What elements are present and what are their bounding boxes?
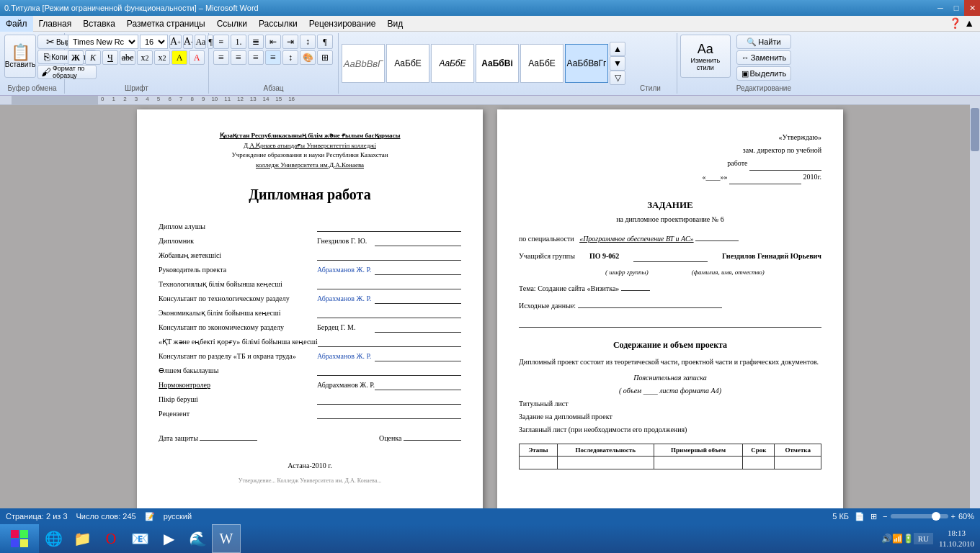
help-icon[interactable]: ❓ [949, 17, 961, 30]
style-selection[interactable]: AaBbВвГ [342, 44, 385, 83]
align-left-button[interactable]: ≡ [213, 50, 229, 65]
font-row1: Times New Rc 16 A+ A- Aa ¶ [68, 35, 205, 49]
align-center-button[interactable]: ≡ [231, 50, 246, 65]
style-heading1[interactable]: АаБбЕ [386, 44, 429, 83]
borders-button[interactable]: ⊞ [317, 50, 333, 65]
taskbar-explorer-icon[interactable]: 📁 [68, 524, 97, 553]
zoom-thumb[interactable] [932, 512, 940, 521]
diploma-title: Дипломная работа [159, 184, 461, 204]
taskbar-browser2-icon[interactable]: 🌊 [183, 524, 212, 553]
style-heading2[interactable]: АаБбЕ [431, 44, 474, 83]
zoom-in-button[interactable]: + [951, 512, 956, 521]
view-print-icon[interactable]: 📄 [855, 512, 865, 521]
font-shrink-button[interactable]: A- [183, 35, 194, 49]
style-heading3[interactable]: АаБбВі [476, 44, 519, 83]
paragraph-group-label: Абзац [213, 83, 334, 92]
superscript-button[interactable]: x2 [154, 50, 170, 65]
list-item-1: Титульный лист [519, 399, 821, 409]
zoom-out-button[interactable]: − [883, 512, 887, 521]
menu-home[interactable]: Главная [33, 16, 78, 32]
ribbon-group-styles: AaBbВвГ АаБбЕ АаБбЕ АаБбВі АаБбЕ АаБбВвГ… [339, 33, 677, 94]
style-name[interactable]: АаБбЕ [520, 44, 564, 83]
line-spacing-button[interactable]: ↕ [282, 50, 298, 65]
sort-button[interactable]: ↕ [300, 35, 316, 49]
show-paragraph-button[interactable]: ¶ [317, 35, 333, 49]
numbering-button[interactable]: 1. [231, 35, 246, 49]
schedule-table: Этапы Последовательность Примерный объем… [519, 444, 821, 469]
ribbon-minimize-icon[interactable]: ▲ [964, 18, 974, 30]
replace-button[interactable]: ↔ Заменить [736, 50, 791, 65]
menu-insert[interactable]: Вставка [77, 16, 121, 32]
table-section: Этапы Последовательность Примерный объем… [519, 444, 821, 469]
svg-rect-3 [20, 539, 28, 547]
field-label-7: Консультант по экономическому разделу [159, 323, 317, 333]
taskbar-mail-icon[interactable]: 📧 [125, 524, 154, 553]
style-normal[interactable]: АаБбВвГг [565, 44, 608, 83]
clear-format-button[interactable]: Aa [195, 35, 206, 49]
taskbar-ie-icon[interactable]: 🌐 [39, 524, 68, 553]
start-button[interactable] [0, 524, 39, 553]
specialty-prefix: по специальности [519, 235, 574, 243]
bottom-fields: Дата защиты Оценка [159, 433, 461, 444]
subscript-button[interactable]: x2 [137, 50, 153, 65]
language-indicator[interactable]: RU [914, 533, 933, 544]
taskbar-media-icon[interactable]: ▶ [154, 524, 183, 553]
change-styles-button[interactable]: Aa Изменить стили [680, 35, 731, 78]
data-row: Исходные данные: [519, 300, 821, 312]
field-line-12 [317, 395, 461, 405]
field-label-4: Технологиялық білім бойынша кеңесші [159, 279, 317, 289]
menu-layout[interactable]: Разметка страницы [121, 16, 211, 32]
view-fullscreen-icon[interactable]: ⊞ [870, 512, 877, 521]
statusbar: Страница: 2 из 3 Число слов: 245 📝 русск… [0, 508, 980, 524]
restore-button[interactable]: □ [948, 0, 964, 16]
underline-button[interactable]: Ч [102, 50, 118, 65]
taskbar-word-icon[interactable]: W [212, 524, 241, 553]
approve-role: зам. директор по учебной [519, 144, 821, 157]
grade-label: Оценка [379, 434, 402, 442]
strikethrough-button[interactable]: abc [120, 50, 135, 65]
close-button[interactable]: ✕ [964, 0, 980, 16]
styles-up-button[interactable]: ▲ [610, 42, 625, 56]
minimize-button[interactable]: ─ [932, 0, 948, 16]
menu-review[interactable]: Рецензирование [303, 16, 382, 32]
zoom-slider[interactable] [891, 514, 948, 518]
clipboard-label: Буфер обмена [4, 83, 60, 92]
file-size: 5 КБ [832, 512, 849, 521]
multilevel-button[interactable]: ≣ [248, 35, 264, 49]
field-diplomnik: Дипломник Гнездилов Г. Ю. [159, 236, 461, 246]
paste-button[interactable]: 📋 Вставить [4, 35, 36, 78]
find-button[interactable]: 🔍 Найти [736, 35, 791, 49]
styles-group-label: Стили [627, 83, 674, 92]
text-highlight-button[interactable]: A [172, 50, 187, 65]
menu-view[interactable]: Вид [381, 16, 409, 32]
styles-expand-button[interactable]: ▽ [610, 71, 625, 85]
italic-button[interactable]: К [85, 50, 101, 65]
vertical-scrollbar[interactable] [970, 94, 980, 508]
justify-button[interactable]: ≡ [265, 50, 281, 65]
group-notes: ( шифр группы) (фамилия, имя, отчество) [519, 268, 821, 277]
grade-line [404, 440, 461, 441]
cut-icon: ✂ [46, 37, 55, 47]
styles-down-button[interactable]: ▼ [610, 56, 625, 71]
scroll-thumb[interactable] [971, 108, 979, 151]
font-color-button[interactable]: A [189, 50, 205, 65]
tray-icon-1: 🔊 [881, 534, 892, 544]
menu-references[interactable]: Ссылки [211, 16, 253, 32]
bold-button[interactable]: Ж [68, 50, 84, 65]
taskbar-opera-icon[interactable]: O [97, 524, 125, 553]
increase-indent-button[interactable]: ⇥ [282, 35, 298, 49]
font-grow-button[interactable]: A+ [169, 35, 182, 49]
menu-file[interactable]: Файл [0, 16, 33, 32]
data-line2 [519, 318, 821, 328]
styles-scroll: ▲ ▼ ▽ [610, 42, 625, 85]
bullets-button[interactable]: ≡ [213, 35, 229, 49]
align-right-button[interactable]: ≡ [248, 50, 264, 65]
decrease-indent-button[interactable]: ⇤ [265, 35, 281, 49]
menu-mailings[interactable]: Рассылки [253, 16, 303, 32]
font-name-select[interactable]: Times New Rc [68, 35, 138, 49]
spell-check-icon[interactable]: 📝 [145, 512, 155, 521]
shading-button[interactable]: 🎨 [300, 50, 316, 65]
field-label-0: Диплом алушы [159, 222, 317, 232]
font-size-select[interactable]: 16 [140, 35, 168, 49]
select-button[interactable]: ▣ Выделить [736, 66, 791, 81]
